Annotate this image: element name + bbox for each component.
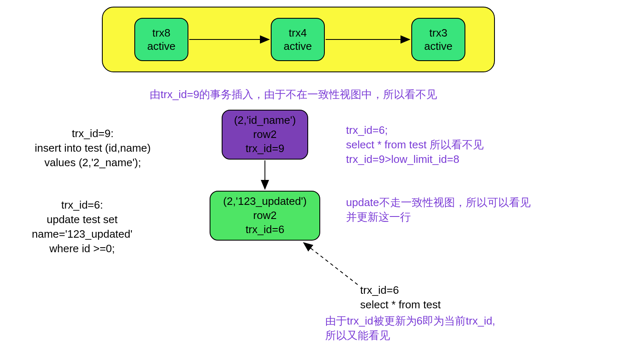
right-note-2-line2: 并更新这一行 xyxy=(346,210,531,224)
right-note-1-line3: trx_id=9>low_limit_id=8 xyxy=(346,152,484,167)
row-green-line1: (2,'123_updated') xyxy=(223,194,307,209)
trx8-state: active xyxy=(147,39,176,53)
trx3-name: trx3 xyxy=(429,26,447,40)
row-green-line3: trx_id=6 xyxy=(245,223,284,237)
left-sql-note-1: trx_id=9: insert into test (id,name) val… xyxy=(24,126,161,170)
bottom-black-line1: trx_id=6 xyxy=(360,283,441,298)
left-note-1-line1: trx_id=9: xyxy=(24,126,161,141)
row-purple-line1: (2,'id_name') xyxy=(234,113,296,128)
bottom-purple-line2: 所以又能看见 xyxy=(325,328,495,343)
bottom-sql-note: trx_id=6 select * from test xyxy=(360,283,441,312)
trx4-box: trx4 active xyxy=(271,18,325,61)
left-note-1-line2: insert into test (id,name) xyxy=(24,141,161,155)
row2-version-trx6: (2,'123_updated') row2 trx_id=6 xyxy=(210,191,320,241)
row-purple-line2: row2 xyxy=(253,128,277,142)
right-note-2-line1: update不走一致性视图，所以可以看见 xyxy=(346,195,531,210)
right-explanation-2: update不走一致性视图，所以可以看见 并更新这一行 xyxy=(346,195,531,224)
trx8-name: trx8 xyxy=(152,26,170,40)
row2-version-trx9: (2,'id_name') row2 trx_id=9 xyxy=(222,110,308,160)
left-note-2-line2: update test set name='123_updated' xyxy=(0,212,164,241)
left-note-2-line1: trx_id=6: xyxy=(0,198,164,212)
right-note-1-line2: select * from test 所以看不见 xyxy=(346,138,484,152)
row-green-line2: row2 xyxy=(253,209,277,223)
bottom-black-line2: select * from test xyxy=(360,298,441,312)
bottom-explanation: 由于trx_id被更新为6即为当前trx_id, 所以又能看见 xyxy=(325,314,495,343)
top-explanation: 由trx_id=9的事务插入，由于不在一致性视图中，所以看不见 xyxy=(150,87,437,102)
left-sql-note-2: trx_id=6: update test set name='123_upda… xyxy=(0,198,164,256)
bottom-purple-line1: 由于trx_id被更新为6即为当前trx_id, xyxy=(325,314,495,328)
trx8-box: trx8 active xyxy=(134,18,188,61)
left-note-1-line3: values (2,'2_name'); xyxy=(24,155,161,170)
trx3-box: trx3 active xyxy=(411,18,465,61)
trx4-state: active xyxy=(284,39,312,53)
arrow-dashed-select-to-row xyxy=(304,243,358,285)
trx4-name: trx4 xyxy=(289,26,307,40)
row-purple-line3: trx_id=9 xyxy=(245,142,284,156)
right-explanation-1: trx_id=6; select * from test 所以看不见 trx_i… xyxy=(346,123,484,167)
trx3-state: active xyxy=(424,39,452,53)
left-note-2-line3: where id >=0; xyxy=(0,241,164,256)
right-note-1-line1: trx_id=6; xyxy=(346,123,484,138)
